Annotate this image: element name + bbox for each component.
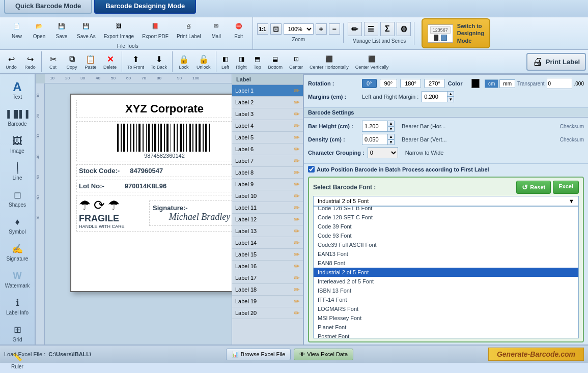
label-edit-icon[interactable]: ✏ bbox=[294, 274, 300, 282]
align-top-button[interactable]: ⬒ Top bbox=[250, 52, 265, 71]
label-edit-icon[interactable]: ✏ bbox=[294, 122, 300, 130]
font-list-item[interactable]: LOGMARS Font bbox=[314, 304, 578, 313]
label-edit-icon[interactable]: ✏ bbox=[294, 87, 300, 95]
rotation-0-button[interactable]: 0° bbox=[362, 79, 377, 88]
barcode-color-swatch[interactable] bbox=[471, 79, 480, 88]
copy-button[interactable]: ⧉ Copy bbox=[63, 52, 81, 71]
lr-margin-field[interactable] bbox=[422, 91, 447, 102]
char-group-select[interactable]: 0 bbox=[368, 147, 398, 158]
font-list-item[interactable]: Code 128 SET C Font bbox=[314, 213, 578, 222]
label-list-item[interactable]: Label 16✏ bbox=[232, 261, 303, 272]
label-edit-icon[interactable]: ✏ bbox=[294, 215, 300, 223]
font-list-item[interactable]: Interleaved 2 of 5 Font bbox=[314, 277, 578, 286]
label-edit-icon[interactable]: ✏ bbox=[294, 110, 300, 118]
label-list-item[interactable]: Label 5✏ bbox=[232, 132, 303, 144]
label-canvas[interactable]: XYZ Corporate bbox=[70, 94, 232, 292]
redo-button[interactable]: ↪ Redo bbox=[21, 52, 39, 71]
tab-barcode-designing[interactable]: Barcode Designing Mode bbox=[94, 0, 196, 14]
mail-button[interactable]: ✉ Mail bbox=[206, 17, 227, 41]
sidebar-text[interactable]: A Text bbox=[3, 77, 32, 103]
density-up[interactable]: ▲ bbox=[387, 134, 395, 139]
export-image-button[interactable]: 🖼 Export Image bbox=[100, 17, 137, 41]
label-list-item[interactable]: Label 13✏ bbox=[232, 225, 303, 237]
label-list-item[interactable]: Label 19✏ bbox=[232, 296, 303, 307]
browse-excel-button[interactable]: 📊 Browse Excel File bbox=[226, 349, 291, 360]
density-down[interactable]: ▼ bbox=[387, 139, 395, 145]
zoom-select[interactable]: 100% 75% 150% bbox=[284, 23, 314, 35]
transparent-input[interactable] bbox=[547, 78, 572, 89]
label-list-item[interactable]: Label 4✏ bbox=[232, 120, 303, 132]
label-list-item[interactable]: Label 9✏ bbox=[232, 179, 303, 190]
label-list-item[interactable]: Label 2✏ bbox=[232, 97, 303, 108]
font-list-item[interactable]: MSI Plessey Font bbox=[314, 313, 578, 323]
lr-margin-down[interactable]: ▼ bbox=[447, 97, 454, 102]
print-label-button[interactable]: 🖨 Print Label bbox=[173, 17, 205, 41]
to-back-button[interactable]: ⬇ To Back bbox=[148, 52, 170, 71]
undo-button[interactable]: ↩ Undo bbox=[2, 52, 20, 71]
label-edit-icon[interactable]: ✏ bbox=[294, 192, 300, 200]
sidebar-shapes[interactable]: ◻ Shapes bbox=[3, 185, 32, 211]
mm-unit-button[interactable]: mm bbox=[499, 79, 515, 88]
label-list-item[interactable]: Label 10✏ bbox=[232, 190, 303, 202]
rotation-90-button[interactable]: 90° bbox=[380, 79, 398, 88]
auto-pos-checkbox[interactable]: Auto Position Barcode in Batch Process a… bbox=[308, 166, 489, 173]
sidebar-image[interactable]: 🖼 Image bbox=[3, 131, 32, 157]
font-list-item[interactable]: Postnet Font bbox=[314, 332, 578, 338]
label-edit-icon[interactable]: ✏ bbox=[294, 168, 300, 177]
label-list-item[interactable]: Label 14✏ bbox=[232, 237, 303, 249]
view-excel-button[interactable]: 👁 View Excel Data bbox=[294, 349, 353, 360]
reset-button[interactable]: ↺ Reset bbox=[516, 181, 551, 194]
export-pdf-button[interactable]: 📕 Export PDF bbox=[138, 17, 172, 41]
font-list-item[interactable]: Planet Font bbox=[314, 323, 578, 332]
font-list-item[interactable]: Industrial 2 of 5 Font bbox=[314, 268, 578, 277]
font-list-item[interactable]: Code39 Full ASCII Font bbox=[314, 240, 578, 249]
center-button[interactable]: ⊡ Center bbox=[286, 52, 306, 71]
print-label-toolbar-button[interactable]: 🖨 Print Label bbox=[526, 53, 586, 71]
label-list-item[interactable]: Label 1✏ bbox=[232, 85, 303, 97]
sidebar-barcode[interactable]: ▌▐▌▌▐ Barcode bbox=[3, 104, 32, 130]
label-edit-icon[interactable]: ✏ bbox=[294, 262, 300, 270]
label-list-item[interactable]: Label 6✏ bbox=[232, 144, 303, 155]
bar-height-down[interactable]: ▼ bbox=[387, 126, 395, 132]
series-icon-btn[interactable]: ⚙ bbox=[397, 22, 411, 36]
sidebar-watermark[interactable]: W Watermark bbox=[3, 266, 32, 292]
exit-button[interactable]: ⛔ Exit bbox=[228, 17, 249, 41]
open-button[interactable]: 📂 Open bbox=[29, 17, 50, 41]
label-list-item[interactable]: Label 11✏ bbox=[232, 202, 303, 214]
font-list-item[interactable]: EAN13 Font bbox=[314, 249, 578, 259]
sidebar-label-info[interactable]: ℹ Label Info bbox=[3, 293, 32, 319]
center-h-button[interactable]: ⬛ Center Horizontally bbox=[306, 52, 352, 71]
label-list-item[interactable]: Label 8✏ bbox=[232, 167, 303, 179]
font-list-item[interactable]: EAN8 Font bbox=[314, 259, 578, 268]
zoom-in-button[interactable]: + bbox=[316, 23, 327, 35]
zoom-ratio-button[interactable]: 1:1 bbox=[257, 23, 268, 35]
unlock-button[interactable]: 🔓 Unlock bbox=[193, 52, 214, 71]
excel-button[interactable]: Excel bbox=[553, 181, 579, 194]
lr-margin-up[interactable]: ▲ bbox=[447, 91, 454, 97]
label-edit-icon[interactable]: ✏ bbox=[294, 204, 300, 212]
label-edit-icon[interactable]: ✏ bbox=[294, 133, 300, 141]
save-button[interactable]: 💾 Save bbox=[51, 17, 72, 41]
tab-quick-barcode[interactable]: Quick Barcode Mode bbox=[4, 0, 92, 14]
label-edit-icon[interactable]: ✏ bbox=[294, 180, 300, 188]
new-button[interactable]: 📄 New bbox=[6, 17, 27, 41]
align-left-button[interactable]: ◧ Left bbox=[218, 52, 233, 71]
zoom-fit-button[interactable]: ⊡ bbox=[270, 23, 282, 35]
font-list-item[interactable]: ITF-14 Font bbox=[314, 295, 578, 304]
label-edit-icon[interactable]: ✏ bbox=[294, 309, 300, 317]
font-list-item[interactable]: ISBN 13 Font bbox=[314, 286, 578, 295]
sigma-icon-btn[interactable]: Σ bbox=[380, 22, 395, 36]
list-icon-btn[interactable]: ☰ bbox=[364, 22, 378, 36]
sidebar-symbol[interactable]: ♦ Symbol bbox=[3, 212, 32, 238]
font-list-item[interactable]: Code 128 SET B Font bbox=[314, 206, 578, 213]
to-front-button[interactable]: ⬆ To Front bbox=[124, 52, 147, 71]
label-edit-icon[interactable]: ✏ bbox=[294, 157, 300, 165]
font-list-item[interactable]: Code 39 Font bbox=[314, 222, 578, 231]
edit-icon-btn[interactable]: ✏ bbox=[348, 22, 362, 36]
label-list-item[interactable]: Label 20✏ bbox=[232, 307, 303, 319]
label-edit-icon[interactable]: ✏ bbox=[294, 145, 300, 153]
sidebar-line[interactable]: ╱ Line bbox=[3, 158, 32, 184]
label-list-item[interactable]: Label 7✏ bbox=[232, 155, 303, 167]
bar-height-field[interactable] bbox=[362, 121, 387, 132]
label-list-item[interactable]: Label 12✏ bbox=[232, 214, 303, 225]
